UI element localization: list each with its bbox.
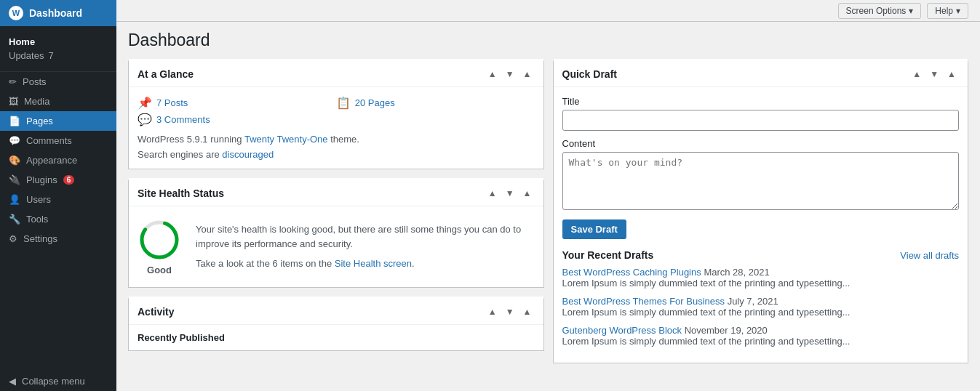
activity-close[interactable]: ▲ [520,305,535,318]
wp-logo-icon: W [9,6,23,20]
pages-icon: 📄 [9,116,20,126]
screen-options-button[interactable]: Screen Options ▾ [838,3,922,19]
draft-date-1: July 7, 2021 [728,296,778,307]
sidebar-item-appearance[interactable]: 🎨 Appearance [0,150,116,170]
activity-controls: ▲ ▼ ▲ [485,305,535,318]
tools-icon: 🔧 [9,214,20,225]
quick-draft-header: Quick Draft ▲ ▼ ▲ [554,62,968,87]
screen-options-chevron-icon: ▾ [909,6,913,16]
sidebar-item-label: Collapse menu [22,376,85,387]
draft-item-0: Best WordPress Caching Plugins March 28,… [562,267,960,289]
sidebar-item-comments[interactable]: 💬 Comments [0,131,116,150]
draft-title-2[interactable]: Gutenberg WordPress Block [562,325,682,336]
activity-title: Activity [138,306,175,318]
site-health-header: Site Health Status ▲ ▼ ▲ [129,181,543,206]
quick-draft-body: Title Content Save Draft Your Recent Dra… [554,87,968,363]
page-title: Dashboard [128,31,968,50]
posts-count-link[interactable]: 7 Posts [156,97,188,108]
sidebar-item-label: Media [24,96,49,107]
comments-count-link[interactable]: 3 Comments [156,114,210,125]
content-textarea[interactable] [562,152,960,210]
wp-version: WordPress 5.9.1 running Twenty Twenty-On… [138,134,535,145]
sidebar-title: Dashboard [29,7,82,19]
draft-item-2: Gutenberg WordPress Block November 19, 2… [562,325,960,347]
sidebar-item-users[interactable]: 👤 Users [0,190,116,209]
at-a-glance-header: At a Glance ▲ ▼ ▲ [129,62,543,87]
activity-widget: Activity ▲ ▼ ▲ Recently Published [128,297,544,351]
sidebar-item-label: Comments [26,135,72,146]
draft-title-0[interactable]: Best WordPress Caching Plugins [562,267,701,278]
site-health-widget: Site Health Status ▲ ▼ ▲ [128,178,544,288]
content-label: Content [562,138,960,149]
plugins-badge: 6 [63,175,75,185]
discouraged-link[interactable]: discouraged [222,149,274,160]
draft-excerpt-2: Lorem Ipsum is simply dummied text of th… [562,336,960,347]
updates-label: Updates [9,50,44,61]
settings-icon: ⚙ [9,233,17,244]
sidebar-header: W Dashboard [0,0,116,26]
quick-draft-down[interactable]: ▼ [927,68,941,81]
page-icon: 📋 [336,96,351,110]
collapse-icon: ◀ [9,376,16,387]
site-health-controls: ▲ ▼ ▲ [485,187,535,200]
sidebar-item-posts[interactable]: ✏ Posts [0,72,116,92]
quick-draft-controls: ▲ ▼ ▲ [909,68,959,81]
posts-stat: 📌 7 Posts [138,96,336,110]
sidebar-item-settings[interactable]: ⚙ Settings [0,229,116,249]
draft-excerpt-0: Lorem Ipsum is simply dummied text of th… [562,278,960,289]
sidebar-item-label: Pages [26,116,53,126]
at-a-glance-controls: ▲ ▼ ▲ [485,68,535,81]
activity-down[interactable]: ▼ [503,305,517,318]
title-input[interactable] [562,110,960,131]
health-circle-container: Good [138,218,181,275]
activity-up[interactable]: ▲ [485,305,500,318]
sidebar-collapse[interactable]: ◀ Collapse menu [0,371,116,391]
site-health-title: Site Health Status [138,188,224,199]
updates-item[interactable]: Updates 7 [0,49,116,65]
help-label: Help [935,6,953,16]
home-section: Home Updates 7 [0,26,116,72]
sidebar-item-label: Plugins [26,174,57,185]
help-chevron-icon: ▾ [956,6,960,16]
quick-draft-close[interactable]: ▲ [944,68,959,81]
activity-header: Activity ▲ ▼ ▲ [129,299,543,325]
theme-link[interactable]: Twenty Twenty-One [244,134,328,145]
recent-drafts-title: Your Recent Drafts [562,249,654,261]
site-health-link[interactable]: Site Health screen [335,258,412,269]
site-health-close[interactable]: ▲ [520,187,535,200]
sidebar-item-label: Appearance [26,155,77,166]
site-health-down[interactable]: ▼ [503,187,517,200]
sidebar-item-plugins[interactable]: 🔌 Plugins 6 [0,170,116,190]
theme-suffix: theme. [328,134,359,145]
sidebar-item-label: Settings [23,233,57,244]
comments-icon: 💬 [9,135,20,146]
site-health-body: Good Your site's health is looking good,… [129,206,543,287]
left-column: At a Glance ▲ ▼ ▲ 📌 7 Posts [128,59,544,382]
drafts-list: Best WordPress Caching Plugins March 28,… [562,267,960,347]
quick-draft-widget: Quick Draft ▲ ▼ ▲ Title Content Save Dra… [553,59,969,363]
home-label[interactable]: Home [0,32,116,49]
recently-published-label: Recently Published [138,332,225,343]
discouraged-prefix: Search engines are [138,149,222,160]
save-draft-button[interactable]: Save Draft [562,219,626,239]
at-a-glance-body: 📌 7 Posts 📋 20 Pages 💬 3 Comments [129,87,543,169]
topbar: Screen Options ▾ Help ▾ [116,0,980,22]
draft-title-1[interactable]: Best WordPress Themes For Business [562,296,725,307]
media-icon: 🖼 [9,96,18,107]
site-health-up[interactable]: ▲ [485,187,500,200]
help-button[interactable]: Help ▾ [927,3,968,19]
discouraged-notice: Search engines are discouraged [138,149,535,160]
quick-draft-up[interactable]: ▲ [909,68,924,81]
at-a-glance-collapse-down[interactable]: ▼ [503,68,517,81]
sidebar-item-tools[interactable]: 🔧 Tools [0,209,116,229]
at-a-glance-widget: At a Glance ▲ ▼ ▲ 📌 7 Posts [128,59,544,169]
pages-count-link[interactable]: 20 Pages [355,97,395,108]
at-a-glance-close[interactable]: ▲ [520,68,535,81]
health-items-text: Take a look at the 6 items on the Site H… [196,257,535,271]
at-a-glance-collapse-up[interactable]: ▲ [485,68,500,81]
sidebar-item-media[interactable]: 🖼 Media [0,92,116,111]
view-all-drafts-link[interactable]: View all drafts [900,250,959,261]
sidebar-item-pages[interactable]: 📄 Pages All Pages Add New [0,111,116,131]
main-content: Screen Options ▾ Help ▾ Dashboard At a G… [116,0,980,391]
wp-version-text: WordPress 5.9.1 running [138,134,244,145]
